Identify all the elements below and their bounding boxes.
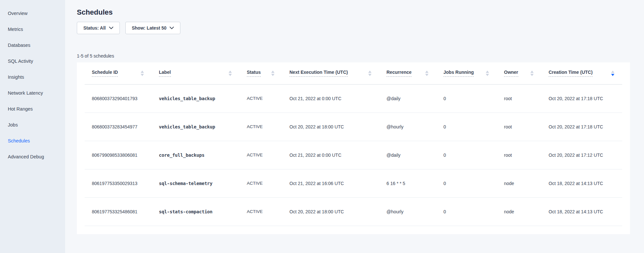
cell-owner: root bbox=[497, 141, 541, 169]
cell-label: sql-stats-compaction bbox=[152, 197, 240, 226]
sort-icon bbox=[271, 71, 274, 76]
cell-creation_time: Oct 20, 2022 at 17:18 UTC bbox=[541, 113, 622, 141]
schedules-table: Schedule IDLabelStatusNext Execution Tim… bbox=[85, 62, 622, 226]
table-row: 806197753325486081sql-stats-compactionAC… bbox=[85, 197, 622, 226]
cell-status: ACTIVE bbox=[240, 141, 282, 169]
column-label: Status bbox=[247, 70, 261, 77]
cell-schedule_id: 806197753350029313 bbox=[85, 169, 152, 197]
sidebar-item-advanced-debug[interactable]: Advanced Debug bbox=[0, 149, 65, 165]
cell-schedule_id: 806800373283454977 bbox=[85, 113, 152, 141]
cell-status: ACTIVE bbox=[240, 113, 282, 141]
status-filter-dropdown[interactable]: Status: All bbox=[77, 22, 120, 34]
sidebar-item-databases[interactable]: Databases bbox=[0, 37, 65, 53]
sidebar-item-sql-activity[interactable]: SQL Activity bbox=[0, 53, 65, 69]
chevron-down-icon bbox=[170, 27, 174, 29]
results-count: 1-5 of 5 schedules bbox=[77, 53, 630, 59]
column-header-label[interactable]: Label bbox=[152, 62, 240, 84]
sort-icon bbox=[141, 71, 144, 76]
column-label: Creation Time (UTC) bbox=[549, 70, 593, 77]
page-title: Schedules bbox=[77, 8, 630, 17]
cell-jobs_running: 0 bbox=[436, 113, 497, 141]
column-header-schedule_id[interactable]: Schedule ID bbox=[85, 62, 152, 84]
cell-recurrence: @hourly bbox=[379, 197, 436, 226]
cell-next_execution: Oct 20, 2022 at 18:00 UTC bbox=[282, 197, 379, 226]
column-label: Jobs Running bbox=[443, 70, 474, 77]
column-label: Next Execution Time (UTC) bbox=[289, 70, 348, 77]
cell-status: ACTIVE bbox=[240, 197, 282, 226]
table-row: 806800373290401793vehicles_table_backupA… bbox=[85, 84, 622, 113]
column-label: Owner bbox=[504, 70, 518, 77]
cell-owner: root bbox=[497, 84, 541, 113]
column-header-status[interactable]: Status bbox=[240, 62, 282, 84]
status-filter-label: Status: All bbox=[83, 25, 106, 31]
sidebar-item-schedules[interactable]: Schedules bbox=[0, 133, 65, 149]
sidebar-item-network-latency[interactable]: Network Latency bbox=[0, 85, 65, 101]
cell-status: ACTIVE bbox=[240, 169, 282, 197]
show-filter-label: Show: Latest 50 bbox=[132, 25, 167, 31]
cell-owner: node bbox=[497, 169, 541, 197]
sidebar-item-jobs[interactable]: Jobs bbox=[0, 117, 65, 133]
cell-recurrence: @daily bbox=[379, 141, 436, 169]
cell-label: core_full_backups bbox=[152, 141, 240, 169]
cell-next_execution: Oct 20, 2022 at 18:00 UTC bbox=[282, 113, 379, 141]
cell-next_execution: Oct 21, 2022 at 0:00 UTC bbox=[282, 141, 379, 169]
sort-icon bbox=[368, 71, 371, 76]
cell-label: vehicles_table_backup bbox=[152, 84, 240, 113]
cell-jobs_running: 0 bbox=[436, 169, 497, 197]
sort-icon bbox=[229, 71, 232, 76]
cell-creation_time: Oct 20, 2022 at 17:12 UTC bbox=[541, 141, 622, 169]
cell-label: sql-schema-telemetry bbox=[152, 169, 240, 197]
sort-icon bbox=[425, 71, 428, 76]
column-header-jobs_running[interactable]: Jobs Running bbox=[436, 62, 497, 84]
table-row: 806799098533806081core_full_backupsACTIV… bbox=[85, 141, 622, 169]
cell-schedule_id: 806800373290401793 bbox=[85, 84, 152, 113]
sidebar: OverviewMetricsDatabasesSQL ActivityInsi… bbox=[0, 0, 65, 253]
cell-recurrence: 6 16 * * 5 bbox=[379, 169, 436, 197]
chevron-down-icon bbox=[109, 27, 113, 29]
cell-jobs_running: 0 bbox=[436, 197, 497, 226]
cell-next_execution: Oct 21, 2022 at 16:06 UTC bbox=[282, 169, 379, 197]
sort-icon bbox=[486, 71, 489, 76]
column-header-recurrence[interactable]: Recurrence bbox=[379, 62, 436, 84]
sidebar-item-hot-ranges[interactable]: Hot Ranges bbox=[0, 101, 65, 117]
cell-owner: node bbox=[497, 197, 541, 226]
sidebar-item-metrics[interactable]: Metrics bbox=[0, 21, 65, 37]
column-header-creation_time[interactable]: Creation Time (UTC) bbox=[541, 62, 622, 84]
cell-creation_time: Oct 20, 2022 at 17:18 UTC bbox=[541, 84, 622, 113]
cell-label: vehicles_table_backup bbox=[152, 113, 240, 141]
cell-creation_time: Oct 18, 2022 at 14:13 UTC bbox=[541, 169, 622, 197]
sidebar-item-overview[interactable]: Overview bbox=[0, 6, 65, 21]
column-label: Schedule ID bbox=[92, 70, 118, 77]
cell-jobs_running: 0 bbox=[436, 84, 497, 113]
schedules-table-card: Schedule IDLabelStatusNext Execution Tim… bbox=[77, 62, 630, 234]
column-label: Recurrence bbox=[386, 70, 412, 77]
cell-jobs_running: 0 bbox=[436, 141, 497, 169]
show-filter-dropdown[interactable]: Show: Latest 50 bbox=[125, 22, 181, 34]
cell-schedule_id: 806197753325486081 bbox=[85, 197, 152, 226]
cell-owner: root bbox=[497, 113, 541, 141]
main-content: Schedules Status: All Show: Latest 50 1-… bbox=[65, 0, 644, 253]
table-row: 806800373283454977vehicles_table_backupA… bbox=[85, 113, 622, 141]
sort-icon bbox=[530, 71, 534, 76]
sidebar-item-insights[interactable]: Insights bbox=[0, 69, 65, 85]
filter-bar: Status: All Show: Latest 50 bbox=[77, 22, 630, 34]
cell-recurrence: @daily bbox=[379, 84, 436, 113]
table-header-row: Schedule IDLabelStatusNext Execution Tim… bbox=[85, 62, 622, 84]
column-header-next_execution[interactable]: Next Execution Time (UTC) bbox=[282, 62, 379, 84]
cell-creation_time: Oct 18, 2022 at 14:13 UTC bbox=[541, 197, 622, 226]
table-row: 806197753350029313sql-schema-telemetryAC… bbox=[85, 169, 622, 197]
column-header-owner[interactable]: Owner bbox=[497, 62, 541, 84]
sort-icon bbox=[611, 71, 614, 76]
cell-recurrence: @hourly bbox=[379, 113, 436, 141]
column-label: Label bbox=[159, 70, 171, 77]
cell-status: ACTIVE bbox=[240, 84, 282, 113]
cell-schedule_id: 806799098533806081 bbox=[85, 141, 152, 169]
cell-next_execution: Oct 21, 2022 at 0:00 UTC bbox=[282, 84, 379, 113]
